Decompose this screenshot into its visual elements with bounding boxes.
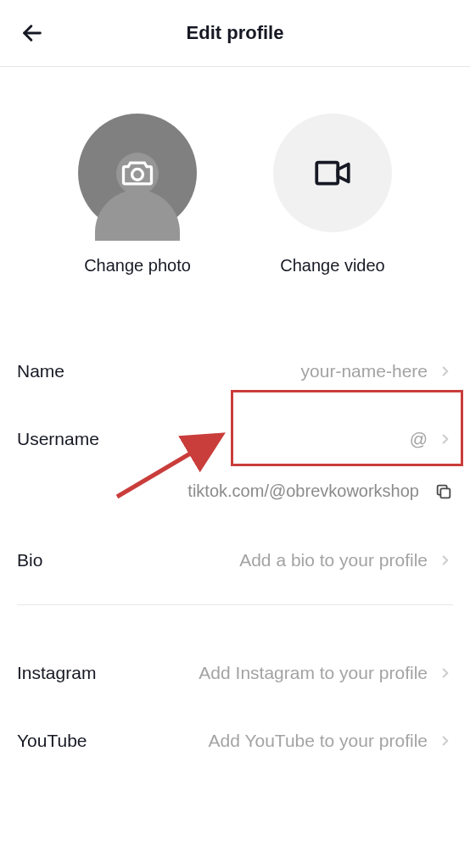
back-button[interactable]: [17, 18, 48, 48]
copy-icon[interactable]: [434, 482, 453, 501]
instagram-value: Add Instagram to your profile: [199, 663, 428, 683]
chevron-right-icon: [438, 553, 453, 568]
bio-value-wrap: Add a bio to your profile: [239, 550, 453, 570]
chevron-right-icon: [438, 364, 453, 379]
header: Edit profile: [0, 0, 470, 67]
name-value-wrap: your-name-here: [301, 361, 453, 381]
video-icon: [311, 152, 354, 194]
youtube-value-wrap: Add YouTube to your profile: [209, 731, 453, 751]
avatar-section: Change photo Change video: [0, 67, 470, 305]
bio-value: Add a bio to your profile: [239, 550, 428, 570]
svg-rect-4: [440, 488, 450, 498]
username-value-wrap: @: [410, 429, 453, 449]
name-label: Name: [17, 361, 64, 381]
youtube-row[interactable]: YouTube Add YouTube to your profile: [17, 707, 453, 775]
change-photo-label: Change photo: [84, 256, 191, 275]
youtube-label: YouTube: [17, 731, 87, 751]
name-row[interactable]: Name your-name-here: [17, 337, 453, 405]
settings-list: Name your-name-here Username @ tiktok.co…: [0, 305, 470, 775]
page-title: Edit profile: [17, 22, 453, 44]
instagram-value-wrap: Add Instagram to your profile: [199, 663, 453, 683]
username-label: Username: [17, 429, 99, 449]
profile-url-row: tiktok.com/@obrevkoworkshop: [17, 473, 453, 526]
profile-url: tiktok.com/@obrevkoworkshop: [187, 481, 419, 501]
change-photo-item: Change photo: [78, 114, 197, 275]
instagram-row[interactable]: Instagram Add Instagram to your profile: [17, 639, 453, 707]
chevron-right-icon: [438, 665, 453, 681]
name-value: your-name-here: [301, 361, 428, 381]
bio-row[interactable]: Bio Add a bio to your profile: [17, 526, 453, 594]
change-video-label: Change video: [280, 256, 384, 275]
change-video-button[interactable]: [273, 114, 392, 232]
divider: [17, 604, 453, 605]
change-photo-button[interactable]: [78, 114, 197, 232]
username-row[interactable]: Username @: [17, 405, 453, 473]
youtube-value: Add YouTube to your profile: [209, 731, 428, 751]
username-value: @: [410, 429, 428, 449]
instagram-label: Instagram: [17, 663, 96, 683]
svg-rect-2: [316, 163, 338, 184]
camera-icon: [119, 154, 156, 192]
arrow-left-icon: [20, 21, 44, 45]
chevron-right-icon: [438, 733, 453, 748]
bio-label: Bio: [17, 550, 42, 570]
change-video-item: Change video: [273, 114, 392, 275]
chevron-right-icon: [438, 431, 453, 447]
svg-point-1: [132, 169, 143, 180]
